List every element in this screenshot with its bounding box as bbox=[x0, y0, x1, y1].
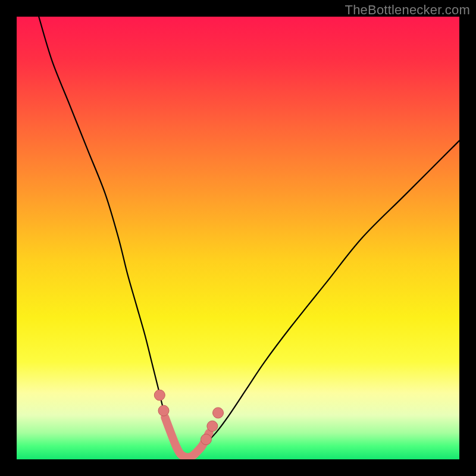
chart-frame: TheBottlenecker.com bbox=[0, 0, 476, 476]
marker-left-upper bbox=[154, 390, 165, 400]
gradient-background bbox=[17, 17, 459, 459]
marker-left-lower bbox=[158, 405, 169, 416]
marker-right-upper bbox=[213, 408, 224, 418]
marker-right-mid bbox=[207, 421, 218, 431]
marker-right-lower bbox=[201, 434, 211, 445]
watermark-text: TheBottlenecker.com bbox=[345, 2, 470, 18]
chart-plot bbox=[17, 17, 459, 459]
